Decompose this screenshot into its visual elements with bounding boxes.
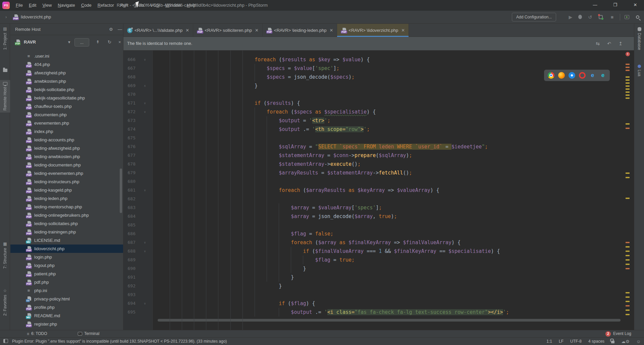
caret-position[interactable]: 1:1 (546, 339, 552, 344)
tree-item[interactable]: PHPpdf.php (10, 278, 123, 286)
analysis-mark[interactable] (626, 301, 630, 302)
fold-marker-icon[interactable]: ∨ (142, 99, 148, 108)
fold-marker-icon[interactable]: ∨ (142, 299, 148, 308)
event-log-button[interactable]: 2 Event Log (605, 330, 631, 337)
run-icon[interactable]: ▶ (566, 11, 575, 23)
analysis-mark[interactable] (626, 70, 630, 71)
tree-item[interactable]: PHPbekijk-stagesollicitatie.php (10, 94, 123, 102)
horizontal-scr ollbar[interactable] (158, 319, 621, 322)
tree-item[interactable]: MDREADME.md (10, 312, 123, 320)
hector-inspector-icon[interactable]: ☺ (636, 339, 641, 344)
analysis-mark[interactable] (626, 198, 630, 199)
chevron-down-icon[interactable]: ▾ (68, 35, 70, 49)
sync-files-icon[interactable]: ⇆ (594, 37, 602, 50)
analysis-mark[interactable] (626, 97, 630, 99)
analysis-mark[interactable] (626, 246, 630, 248)
chrome-browser-icon[interactable] (548, 72, 554, 79)
analysis-mark[interactable] (626, 242, 630, 243)
hide-panel-icon[interactable]: — (118, 24, 122, 35)
sidebar-item-remote-host[interactable]: Remote Host (0, 80, 10, 113)
minimize-button[interactable]: — (588, 0, 602, 11)
status-message[interactable]: Plugin Error: Plugin ".env files support… (12, 338, 227, 345)
scroll-to-top-icon[interactable]: ↥ (616, 37, 625, 50)
fold-marker-icon[interactable]: ∧ (142, 81, 148, 90)
error-stripe[interactable]: ! (625, 51, 631, 330)
analysis-mark[interactable] (626, 268, 630, 269)
safari-browser-icon[interactable] (569, 72, 575, 79)
tree-item[interactable]: PHPleiding-afwezigheid.php (10, 144, 123, 152)
error-indicator-icon[interactable]: ! (626, 52, 630, 56)
add-configuration-button[interactable]: Add Configuration... (512, 13, 556, 21)
tree-item[interactable]: PHPevenementen.php (10, 119, 123, 127)
tab-close-icon[interactable]: ✕ (329, 28, 333, 33)
analysis-mark[interactable] (626, 172, 630, 174)
tree-item[interactable]: PHPbekijk-sollicitatie.php (10, 85, 123, 94)
server-selector[interactable]: RAVR (24, 35, 36, 49)
sidebar-item-project[interactable]: ▤ 1: Project (0, 26, 10, 50)
tree-item[interactable]: PHPanwbkosten.php (10, 77, 123, 85)
collapse-all-icon[interactable]: ↟ (96, 35, 100, 49)
tree-item[interactable]: ≡php.ini (10, 286, 123, 295)
ie-browser-icon[interactable]: e (589, 72, 596, 79)
toolwindow-toggle-icon[interactable] (3, 339, 8, 343)
tree-item[interactable]: PHPleiding-instructeurs.php (10, 178, 123, 186)
editor-tab[interactable]: PHP<RAVR> solliciteren.php✕ (193, 24, 263, 37)
analysis-mark[interactable] (626, 76, 630, 78)
analysis-mark[interactable] (626, 82, 630, 84)
tree-item[interactable]: PHPleiding-evenementen.php (10, 169, 123, 178)
editor-tab[interactable]: C<RAVR> \...\Validate.php✕ (123, 24, 193, 37)
tab-close-icon[interactable]: ✕ (255, 28, 259, 33)
gear-icon[interactable]: ⚙ (109, 24, 113, 35)
tree-item[interactable]: PHP404.php (10, 60, 123, 69)
tree-item[interactable]: PHPleiding-mentorschap.php (10, 203, 123, 211)
analysis-mark[interactable] (626, 264, 630, 265)
tree-item[interactable]: MDLICENSE.md (10, 236, 123, 245)
tab-close-icon[interactable]: ✕ (401, 28, 405, 33)
tree-item[interactable]: PHPindex.php (10, 127, 123, 136)
sidebar-item-structure[interactable]: ▦ 7: Structure (0, 242, 10, 269)
fold-marker-icon[interactable]: ∨ (142, 186, 148, 195)
menu-view[interactable]: View (39, 0, 55, 11)
tree-item[interactable]: PHPchauffeur-toets.php (10, 102, 123, 111)
analysis-mark[interactable] (626, 123, 630, 125)
menu-refactor[interactable]: Refactor (95, 0, 117, 11)
tree-item[interactable]: PHPleiding-anwbkosten.php (10, 152, 123, 161)
todo-toolwindow-button[interactable]: ≡ 6: TODO (27, 330, 47, 337)
analysis-mark[interactable] (626, 67, 630, 68)
firefox-browser-icon[interactable] (558, 72, 565, 79)
analysis-mark[interactable] (626, 296, 630, 298)
analysis-mark[interactable] (626, 88, 630, 90)
tree-item[interactable]: PHPleiding-leden.php (10, 194, 123, 203)
fold-marker-icon[interactable]: ∨ (142, 247, 148, 256)
sidebar-item-lua[interactable]: Lua (634, 65, 644, 76)
tree-item[interactable]: PHPlidoverzicht.php (10, 245, 123, 253)
fold-marker-icon[interactable]: ∨ (142, 108, 148, 116)
analysis-mark[interactable] (626, 255, 630, 256)
analysis-mark[interactable] (626, 128, 630, 129)
refresh-icon[interactable]: ↻ (108, 35, 111, 49)
menu-file[interactable]: File (13, 0, 26, 11)
more-options-button[interactable]: ... (74, 38, 89, 47)
terminal-toolwindow-button[interactable]: >_ Terminal (78, 330, 99, 337)
tree-item[interactable]: PHPleiding-trainingen.php (10, 228, 123, 236)
attach-debugger-icon[interactable] (596, 11, 605, 23)
fold-marker-icon[interactable]: ∨ (142, 55, 148, 64)
search-everywhere-icon[interactable] (633, 11, 642, 23)
run-anything-icon[interactable] (623, 11, 631, 23)
file-encoding[interactable]: UTF-8 (570, 339, 582, 344)
analysis-mark[interactable] (626, 79, 630, 81)
debug-icon[interactable] (576, 11, 584, 23)
tree-item[interactable]: PHPafwezigheid.php (10, 69, 123, 77)
analysis-mark[interactable] (626, 259, 630, 261)
analysis-mark[interactable] (626, 94, 630, 96)
tree-item[interactable]: PHPleiding-accounts.php (10, 136, 123, 144)
fold-marker-icon[interactable]: ∨ (142, 238, 148, 247)
folder-icon[interactable] (0, 69, 10, 72)
tree-scrollbar[interactable] (120, 168, 122, 213)
rollback-icon[interactable]: ↶ (605, 37, 613, 50)
analysis-mark[interactable] (626, 309, 630, 311)
menu-edit[interactable]: Edit (26, 0, 39, 11)
tree-item[interactable]: PHPpatient.php (10, 270, 123, 278)
editor-tab[interactable]: PHP<RAVR> \leiding-leden.php✕ (263, 24, 337, 37)
maximize-button[interactable]: ❐ (608, 0, 623, 11)
